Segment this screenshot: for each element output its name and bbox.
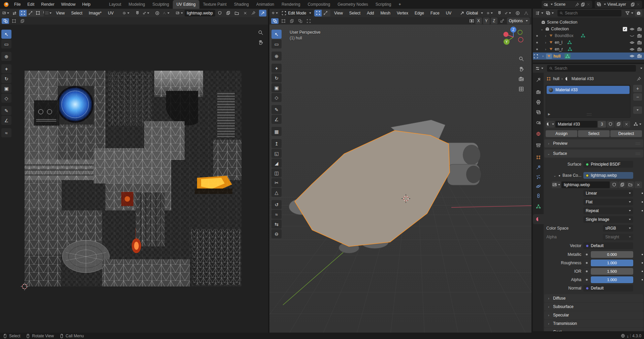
workspace-tab-sculpting[interactable]: Sculpting (149, 0, 173, 9)
expand-chevron-icon[interactable]: › (544, 47, 547, 51)
breadcrumb-material[interactable]: Material #33 (572, 76, 594, 81)
vp-menu-view[interactable]: View (331, 10, 346, 16)
image-name-field[interactable]: lightmap.webp (185, 10, 215, 16)
projection-dropdown[interactable]: Flat (583, 199, 633, 205)
mirror-y-toggle[interactable]: Y (483, 18, 490, 24)
vp-tool-extrude[interactable]: ↥ (271, 139, 282, 148)
new-collection-button[interactable] (635, 10, 642, 16)
subsurface-panel-header[interactable]: › Subsurface (544, 303, 643, 311)
transform-orientation-dropdown[interactable]: Global (458, 10, 485, 16)
roughness-socket[interactable] (583, 260, 590, 266)
camera-icon[interactable] (637, 47, 642, 52)
extension-dropdown[interactable]: Repeat (583, 207, 633, 214)
outliner-row-boundbox[interactable]: › BoundBox (533, 32, 644, 39)
normal-button[interactable]: Default (583, 285, 633, 292)
mirror-z-toggle[interactable]: Z (491, 18, 497, 24)
vp-tool-tweak[interactable]: ↖ (271, 30, 282, 39)
select-mode-vertex[interactable] (314, 10, 322, 16)
source-dropdown[interactable]: Single Image (583, 216, 633, 223)
tab-archive[interactable] (535, 142, 541, 148)
snap-toggle[interactable] (496, 10, 503, 16)
workspace-tab-compositing[interactable]: Compositing (304, 0, 334, 9)
collection-checkbox[interactable]: ✓ (623, 27, 627, 31)
vp-tool-move[interactable]: + (271, 64, 282, 73)
expand-chevron-icon[interactable]: › (541, 54, 545, 58)
uv-editor-type-button[interactable] (2, 10, 10, 16)
decorator-dot[interactable] (642, 271, 643, 272)
workspace-tab-shading[interactable]: Shading (230, 0, 253, 9)
uv-select-mode-vertex[interactable] (19, 10, 27, 16)
material-slot-specials-dropdown[interactable] (633, 106, 642, 114)
ortho-toggle-icon[interactable] (518, 86, 524, 92)
image-new-button[interactable] (225, 10, 232, 16)
alpha-socket[interactable] (583, 276, 590, 283)
pin-icon[interactable] (637, 76, 641, 81)
properties-search-input[interactable] (554, 66, 634, 71)
material-users-count[interactable]: 3 (598, 121, 606, 128)
uv-select-extend-icon[interactable] (10, 18, 18, 24)
slot-list-expand-icon[interactable]: ▶ (548, 112, 550, 116)
breadcrumb-object[interactable]: hull (553, 76, 559, 81)
uv-sync-selection-toggle[interactable] (11, 10, 18, 16)
uv-sticky-selection-dropdown[interactable] (45, 10, 53, 16)
image-pin-toggle[interactable] (250, 10, 257, 16)
pin-icon[interactable] (575, 2, 579, 7)
outliner-funnel-dropdown[interactable] (624, 10, 634, 16)
image-browse-dropdown[interactable] (175, 10, 183, 16)
uv-tool-grab[interactable]: ≈ (1, 128, 11, 137)
options-dropdown[interactable]: Options (507, 18, 530, 24)
surface-shader-button[interactable]: Principled BSDF (583, 161, 633, 168)
viewport-editor-type-button[interactable] (271, 10, 279, 16)
tab-view-layer[interactable] (535, 109, 541, 115)
outliner-row-en-r[interactable]: › en_r (533, 46, 644, 53)
tab-physics[interactable] (535, 183, 541, 189)
tab-material-active[interactable] (533, 214, 544, 224)
uv-2d-cursor[interactable] (20, 282, 29, 291)
mode-selector[interactable]: Edit Mode (280, 10, 313, 16)
snap-base-icon-button[interactable] (498, 18, 506, 24)
panel-grip[interactable]: :::: (636, 152, 641, 156)
vp-tool-cursor[interactable]: ⊕ (271, 52, 282, 61)
properties-search[interactable] (547, 65, 636, 72)
workspace-tab-animation[interactable]: Animation (253, 0, 278, 9)
menu-edit[interactable]: Edit (24, 1, 38, 8)
coat-panel-header[interactable]: › Coat (544, 328, 643, 331)
outliner-row-hull[interactable]: › hull (533, 53, 644, 60)
tab-tool[interactable] (535, 77, 541, 83)
camera-icon[interactable] (637, 54, 642, 59)
ior-socket[interactable] (583, 268, 590, 275)
interpolation-dropdown[interactable]: Linear (583, 190, 633, 197)
properties-options-caret[interactable] (640, 68, 642, 69)
decorator-dot[interactable] (642, 193, 643, 194)
uv-select-mode-face[interactable] (34, 10, 41, 16)
vp-tool-knife[interactable]: ✂ (271, 178, 282, 187)
vp-select-extend-icon[interactable] (280, 18, 287, 24)
eye-icon[interactable] (630, 40, 635, 45)
image-unlink-button[interactable] (242, 10, 249, 16)
vp-tool-add-cube[interactable]: ▦ (271, 127, 282, 136)
zoom-icon[interactable] (518, 56, 524, 62)
vp-select-difference-icon[interactable] (296, 18, 304, 24)
uv-image-canvas[interactable] (25, 71, 242, 286)
vp-tool-rotate[interactable]: ↻ (271, 73, 282, 82)
uv-select-mode-island[interactable] (41, 10, 43, 16)
deselect-button[interactable]: Deselect (610, 130, 642, 137)
camera-icon[interactable] (637, 40, 642, 45)
mirror-x-toggle[interactable]: X (475, 18, 482, 24)
proportional-falloff-dropdown[interactable] (522, 10, 530, 16)
vp-tool-loop-cut[interactable]: ◫ (271, 168, 282, 177)
expand-chevron-icon[interactable]: › (544, 34, 547, 38)
vp-select-subtract-icon[interactable] (288, 18, 295, 24)
vp-tool-poly-build[interactable]: △ (271, 188, 282, 197)
tab-object-data[interactable] (535, 203, 541, 209)
zoom-icon[interactable] (258, 30, 263, 35)
vp-tool-select-box[interactable]: ▭ (271, 39, 282, 48)
vp-menu-face[interactable]: Face (428, 10, 442, 16)
properties-editor-type-button[interactable] (535, 65, 544, 72)
alpha-slider[interactable]: 1.000 (591, 276, 633, 283)
outliner-row-en-l[interactable]: › en_l (533, 39, 644, 46)
eye-icon[interactable] (630, 47, 635, 52)
workspace-tab-texture-paint[interactable]: Texture Paint (199, 0, 230, 9)
base-color-button[interactable]: lightmap.webp (583, 172, 633, 179)
add-workspace-button[interactable]: + (395, 0, 405, 9)
